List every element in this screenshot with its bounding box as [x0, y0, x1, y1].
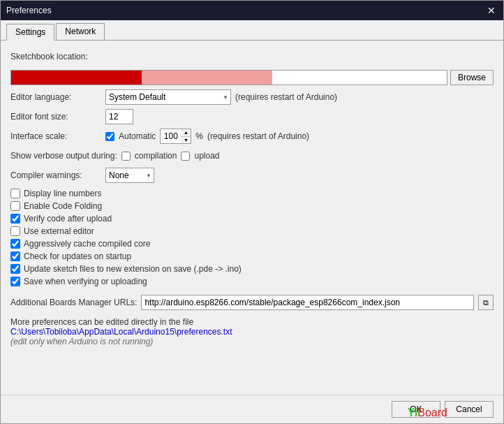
preferences-window: Preferences ✕ Settings Network Sketchboo… — [0, 0, 504, 424]
scale-pct: % — [195, 131, 203, 141]
verbose-row: Show verbose output during: compilation … — [10, 148, 494, 163]
editor-language-note: (requires restart of Arduino) — [235, 92, 337, 102]
checkbox-row-display-line-numbers: Display line numbers — [10, 189, 494, 198]
file-path[interactable]: C:\Users\Tobiloba\AppData\Local\Arduino1… — [10, 327, 494, 337]
window-title: Preferences — [6, 6, 52, 15]
external-editor-checkbox[interactable] — [10, 226, 20, 236]
update-sketch-checkbox[interactable] — [10, 264, 20, 274]
sketchbook-input-row: Browse — [10, 70, 494, 85]
updates-checkbox[interactable] — [10, 251, 20, 261]
cache-label[interactable]: Aggressively cache compiled core — [24, 239, 150, 249]
editor-language-select-wrapper: System Default — [105, 89, 231, 105]
percent-group: ▲ ▼ — [160, 129, 191, 144]
upload-checkbox[interactable] — [181, 152, 190, 161]
sketchbook-label: Sketchbook location: — [10, 52, 88, 61]
close-button[interactable]: ✕ — [485, 4, 498, 17]
edit-note: (edit only when Arduino is not running) — [10, 337, 494, 346]
checkbox-row-update-sketch: Update sketch files to new extension on … — [10, 264, 494, 274]
tabs-bar: Settings Network — [1, 20, 503, 41]
enable-code-folding-label[interactable]: Enable Code Folding — [24, 201, 102, 211]
save-verifying-checkbox[interactable] — [10, 277, 20, 286]
checkbox-row-external-editor: Use external editor — [10, 226, 494, 236]
compiler-warnings-label: Compiler warnings: — [10, 170, 101, 180]
sketchbook-input[interactable] — [10, 70, 447, 85]
boards-manager-row: Additional Boards Manager URLs: ⧉ — [10, 295, 494, 310]
scale-down-button[interactable]: ▼ — [181, 137, 191, 144]
auto-scale-checkbox[interactable] — [105, 132, 114, 141]
boards-manager-label: Additional Boards Manager URLs: — [10, 298, 137, 307]
file-path-note: More preferences can be edited directly … — [10, 317, 494, 327]
scale-spinner: ▲ ▼ — [181, 129, 191, 144]
bottom-bar: YiBoard OK Cancel — [1, 395, 503, 423]
tab-network[interactable]: Network — [56, 23, 105, 40]
display-line-numbers-checkbox[interactable] — [10, 189, 20, 198]
tab-settings[interactable]: Settings — [6, 24, 54, 41]
browse-button[interactable]: Browse — [450, 70, 494, 85]
sketchbook-label-row: Sketchbook location: — [10, 49, 494, 64]
settings-content: Sketchbook location: Browse Editor langu… — [1, 41, 503, 395]
checkbox-row-save-verifying: Save when verifying or uploading — [10, 277, 494, 286]
save-verifying-label[interactable]: Save when verifying or uploading — [24, 277, 147, 286]
watermark-yi: Yi — [408, 407, 418, 418]
verify-code-checkbox[interactable] — [10, 214, 20, 224]
checkbox-row-verify-code: Verify code after upload — [10, 214, 494, 224]
cache-checkbox[interactable] — [10, 239, 20, 249]
cancel-button[interactable]: Cancel — [445, 401, 494, 418]
auto-scale-label[interactable]: Automatic — [119, 131, 156, 141]
scale-value-input[interactable] — [160, 129, 181, 144]
verbose-label: Show verbose output during: — [10, 151, 117, 161]
interface-scale-label: Interface scale: — [10, 131, 101, 141]
editor-font-size-input[interactable] — [105, 109, 133, 124]
compiler-warnings-select[interactable]: None Default More All — [105, 168, 154, 183]
interface-scale-note: (requires restart of Arduino) — [207, 131, 309, 141]
scale-up-button[interactable]: ▲ — [181, 129, 191, 137]
file-path-section: More preferences can be edited directly … — [10, 317, 494, 346]
compiler-warnings-row: Compiler warnings: None Default More All — [10, 168, 494, 183]
checkbox-row-updates: Check for updates on startup — [10, 251, 494, 261]
editor-font-size-row: Editor font size: — [10, 109, 494, 124]
updates-label[interactable]: Check for updates on startup — [24, 251, 131, 261]
verify-code-label[interactable]: Verify code after upload — [24, 214, 112, 224]
display-line-numbers-label[interactable]: Display line numbers — [24, 189, 101, 198]
checkboxes-section: Display line numbers Enable Code Folding… — [10, 189, 494, 286]
upload-label[interactable]: upload — [194, 151, 219, 161]
watermark: YiBoard — [408, 407, 447, 419]
checkbox-row-enable-code-folding: Enable Code Folding — [10, 201, 494, 211]
interface-scale-row: Interface scale: Automatic ▲ ▼ % (requir… — [10, 129, 494, 144]
editor-language-label: Editor language: — [10, 92, 101, 102]
editor-language-row: Editor language: System Default (require… — [10, 89, 494, 105]
editor-language-select[interactable]: System Default — [105, 89, 231, 105]
watermark-board: Board — [417, 407, 447, 418]
enable-code-folding-checkbox[interactable] — [10, 201, 20, 211]
compiler-warnings-select-wrapper: None Default More All — [105, 168, 154, 183]
compilation-label[interactable]: compilation — [135, 151, 177, 161]
external-editor-label[interactable]: Use external editor — [24, 226, 94, 236]
boards-manager-icon-button[interactable]: ⧉ — [478, 295, 494, 310]
editor-font-size-label: Editor font size: — [10, 112, 101, 122]
boards-manager-input[interactable] — [141, 295, 474, 310]
title-bar: Preferences ✕ — [1, 1, 503, 20]
checkbox-row-cache: Aggressively cache compiled core — [10, 239, 494, 249]
update-sketch-label[interactable]: Update sketch files to new extension on … — [24, 264, 242, 274]
compilation-checkbox[interactable] — [121, 152, 131, 161]
